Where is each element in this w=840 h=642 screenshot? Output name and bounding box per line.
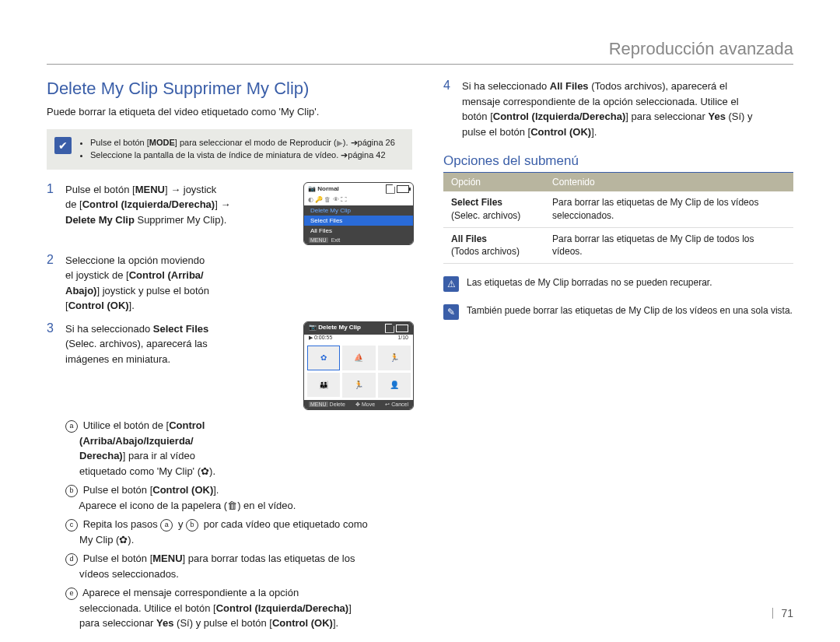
- step-number-2: 2: [47, 253, 58, 314]
- submenu-heading: Opciones del submenú: [443, 153, 793, 173]
- note-line-1: Pulse el botón [MODE] para seleccionar e…: [90, 137, 395, 149]
- sd-icon: [385, 324, 394, 333]
- table-row: Select Files(Selec. archivos) Para borra…: [443, 191, 793, 227]
- note-box: ✔ Pulse el botón [MODE] para seleccionar…: [47, 129, 412, 170]
- substep-e-label: e: [65, 588, 78, 600]
- thumbnail: 👤: [378, 373, 411, 398]
- menu-all-files: All Files: [304, 226, 413, 236]
- thumbnail: ⛵: [342, 346, 376, 370]
- thumbnail: 🏃: [342, 373, 376, 398]
- info-callout: ✎ También puede borrar las etiquetas de …: [443, 304, 793, 320]
- battery-icon: [397, 185, 409, 193]
- note-line-2: Seleccione la pantalla de la vista de ín…: [90, 149, 395, 162]
- intro-text: Puede borrar la etiqueta del video etiqu…: [47, 105, 412, 120]
- th-content: Contenido: [544, 173, 793, 191]
- step-number-4: 4: [443, 79, 454, 139]
- step-1-text: Pulse el botón [MENU] → joystick de [Con…: [65, 182, 296, 245]
- step-number-3: 3: [47, 321, 58, 411]
- step-3-text: Si ha seleccionado Select Files (Selec. …: [65, 321, 296, 411]
- battery-icon: [396, 325, 408, 332]
- submenu-table: Opción Contenido Select Files(Selec. arc…: [443, 173, 793, 264]
- substep-d-label: d: [65, 553, 78, 566]
- table-row: All Files(Todos archivos) Para borrar la…: [443, 227, 793, 264]
- check-icon: ✔: [54, 137, 72, 154]
- substep-c-label: c: [65, 519, 78, 531]
- lcd-screen-2: 📷 Delete My Clip ▶ 0:00:55 1/10 ✿ ⛵ 🏃 👪: [303, 321, 414, 411]
- menu-select-files: Select Files: [304, 216, 413, 226]
- page-number: 71: [772, 608, 793, 619]
- th-option: Opción: [443, 173, 544, 191]
- warning-callout: ⚠ Las etiquetas de My Clip borradas no s…: [443, 276, 793, 292]
- substep-b-label: b: [65, 485, 78, 497]
- thumbnail: 👪: [307, 373, 340, 398]
- lcd-screen-1: 📷 Normal ◐ 🔑 🗑 👁 ⛶ Delete My Clip Select…: [303, 182, 414, 245]
- sd-icon: [386, 184, 395, 194]
- info-icon: ✎: [443, 304, 459, 320]
- step-number-1: 1: [47, 182, 58, 245]
- thumbnail-selected: ✿: [307, 346, 340, 370]
- substep-a-label: a: [65, 420, 78, 433]
- menu-delete-my-clip: Delete My Clip: [304, 205, 413, 216]
- step-2-text: Seleccione la opción moviendo el joystic…: [65, 253, 412, 314]
- warning-icon: ⚠: [443, 276, 459, 292]
- chapter-header: Reproducción avanzada: [47, 39, 793, 65]
- section-title: Delete My Clip Supprimer My Clip): [47, 79, 412, 99]
- step-3-substeps: a Utilice el botón de [Control (Arriba/A…: [65, 418, 412, 631]
- step-4-text: Si ha seleccionado All Files (Todos arch…: [462, 79, 793, 139]
- thumbnail: 🏃: [378, 346, 411, 370]
